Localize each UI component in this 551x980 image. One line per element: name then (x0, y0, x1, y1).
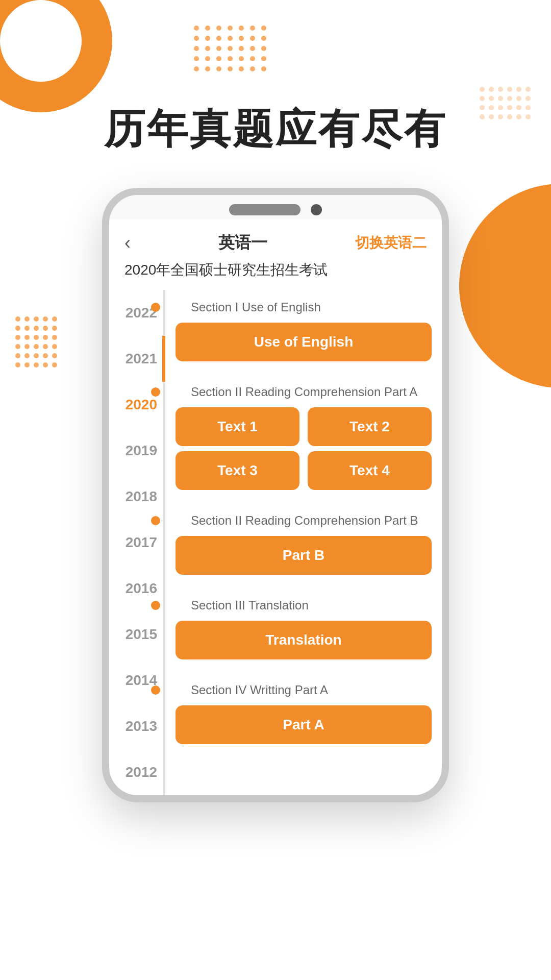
timeline-year-2017[interactable]: 2017 (109, 520, 165, 566)
section-3-buttons: Part B (176, 536, 432, 575)
text-3-button[interactable]: Text 3 (176, 451, 299, 490)
section-2-buttons-row2: Text 3 Text 4 (176, 451, 432, 490)
use-of-english-button[interactable]: Use of English (176, 323, 432, 361)
section-2-dot (151, 387, 160, 397)
text-1-button[interactable]: Text 1 (176, 407, 299, 446)
text-4-button[interactable]: Text 4 (308, 451, 432, 490)
timeline-sidebar: 2022 2021 2020 2019 2018 2017 2016 2015 … (109, 290, 165, 795)
section-1-buttons: Use of English (176, 323, 432, 361)
timeline-year-2013[interactable]: 2013 (109, 703, 165, 749)
back-button[interactable]: ‹ (124, 232, 131, 254)
hero-title: 历年真题应有尽有 (0, 102, 551, 157)
section-1-label: Section I Use of English (176, 300, 432, 314)
screen-body: 2022 2021 2020 2019 2018 2017 2016 2015 … (109, 290, 442, 795)
timeline-year-2022[interactable]: 2022 (109, 290, 165, 336)
section-2-label: Section II Reading Comprehension Part A (176, 385, 432, 399)
timeline-year-2021[interactable]: 2021 (109, 336, 165, 382)
phone-screen: ‹ 英语一 切换英语二 2020年全国硕士研究生招生考试 2022 2021 2… (109, 219, 442, 795)
part-a-button[interactable]: Part A (176, 705, 432, 744)
bg-circle-decoration (0, 0, 112, 112)
section-3-dot (151, 516, 160, 525)
section-2-buttons-row1: Text 1 Text 2 (176, 407, 432, 446)
section-5-label: Section IV Writting Part A (176, 683, 432, 697)
timeline-year-2015[interactable]: 2015 (109, 611, 165, 657)
phone-mockup: ‹ 英语一 切换英语二 2020年全国硕士研究生招生考试 2022 2021 2… (0, 188, 551, 802)
timeline-year-2014[interactable]: 2014 (109, 657, 165, 703)
timeline-year-2012[interactable]: 2012 (109, 749, 165, 795)
text-2-button[interactable]: Text 2 (308, 407, 432, 446)
section-4-buttons: Translation (176, 621, 432, 659)
screen-header: ‹ 英语一 切换英语二 (109, 219, 442, 260)
section-1-dot (151, 303, 160, 312)
section-3-label: Section II Reading Comprehension Part B (176, 513, 432, 528)
content-area: Section I Use of English Use of English … (165, 290, 442, 795)
part-b-button[interactable]: Part B (176, 536, 432, 575)
section-4-dot (151, 601, 160, 610)
screen-title: 英语一 (218, 232, 267, 254)
phone-speaker (229, 204, 300, 215)
bg-dots-top-center (194, 26, 267, 71)
section-4-label: Section III Translation (176, 598, 432, 612)
section-5-buttons: Part A (176, 705, 432, 744)
translation-button[interactable]: Translation (176, 621, 432, 659)
section-5-dot (151, 685, 160, 695)
phone-notch (109, 195, 442, 219)
exam-name: 2020年全国硕士研究生招生考试 (109, 260, 442, 290)
switch-english-button[interactable]: 切换英语二 (355, 233, 427, 253)
timeline-year-2019[interactable]: 2019 (109, 428, 165, 474)
phone-frame: ‹ 英语一 切换英语二 2020年全国硕士研究生招生考试 2022 2021 2… (102, 188, 449, 802)
phone-camera (311, 204, 322, 215)
timeline-year-2018[interactable]: 2018 (109, 474, 165, 520)
